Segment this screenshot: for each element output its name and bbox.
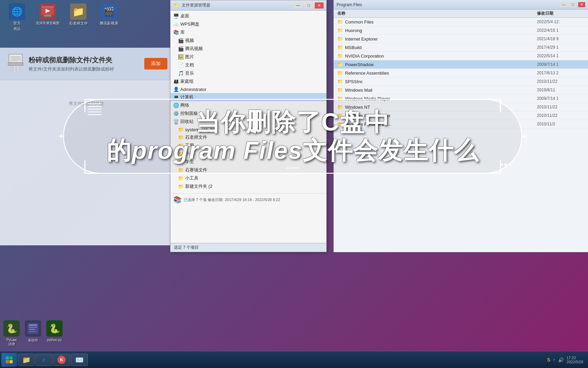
tree-item-student[interactable]: 📁 学生 — [170, 158, 326, 166]
file-name-photo-viewer: Windows Photo Viewer — [345, 113, 535, 118]
folder-icon-wmp: 📁 — [337, 96, 343, 101]
file-date-windows-mail: 2019/8/11 — [537, 88, 585, 92]
desktop-icon-tencent[interactable]: 🎬 腾讯影视库 — [95, 3, 122, 31]
file-item-powershadow[interactable]: 📁 PowerShadow 2009/7/14 1 — [334, 60, 588, 69]
file-item-portable[interactable]: 📁 Windows Portable De... 2010/11/2 — [334, 120, 588, 128]
file-item-msbuild[interactable]: 📁 MSBuild 2017/4/29 1 — [334, 43, 588, 52]
explorer-selected-count: 选定 7 个项目 — [174, 245, 199, 250]
desktop-icon-official-sublabel: 商品 — [14, 27, 20, 31]
file-name-msbuild: MSBuild — [345, 45, 535, 50]
file-item-windows-mail[interactable]: 📁 Windows Mail 2019/8/11 — [334, 86, 588, 94]
folder-icon-powershadow: 📁 — [337, 62, 343, 67]
svg-rect-22 — [29, 331, 36, 332]
bottom-icon-python-label: python.py — [47, 338, 62, 342]
tree-item-network[interactable]: 🌐 网络 — [170, 101, 326, 109]
tree-item-control[interactable]: ⚙️ 控制面板 — [170, 109, 326, 118]
file-date-windows-nt: 2010/11/22 — [537, 105, 585, 109]
taskbar-explorer-btn[interactable]: 📁 — [18, 354, 35, 366]
start-button[interactable] — [1, 353, 17, 367]
file-date-common-files: 2022/5/4 12: — [537, 19, 585, 24]
file-date-wmp: 2009/7/14 1 — [537, 96, 585, 101]
file-name-nvidia: NVIDIA Corporation — [345, 53, 535, 59]
file-item-spssinc[interactable]: 📁 SPSSInc 2010/11/22 — [334, 77, 588, 86]
right-panel-maximize[interactable]: □ — [570, 2, 576, 7]
tree-item-family[interactable]: 👨‍👩‍👧 家庭组 — [170, 77, 326, 86]
explorer-minimize[interactable]: — — [293, 2, 303, 9]
left-panel-empty: 将文件拖放到此处 — [0, 94, 173, 113]
svg-rect-25 — [6, 360, 9, 363]
tree-item-desktop[interactable]: 🖥️ 桌面 — [170, 12, 326, 20]
add-button[interactable]: 添加 — [144, 58, 167, 70]
taskbar-email-btn[interactable]: ✉️ — [71, 354, 88, 366]
explorer-close[interactable]: ✕ — [315, 2, 324, 9]
taskbar-tray: S ↑ 🔊 17:222022/5/28 — [544, 356, 587, 364]
svg-rect-4 — [44, 16, 52, 17]
file-item-huorong[interactable]: 📁 Huorong 2022/4/16 1 — [334, 26, 588, 35]
explorer-maximize[interactable]: □ — [305, 2, 313, 9]
folder-icon-common-files: 📁 — [337, 19, 343, 25]
taskbar-ie-btn[interactable]: e — [35, 354, 52, 366]
tree-item-wps[interactable]: ☁️ WPS网盘 — [170, 20, 326, 28]
folder-icon-photo-viewer: 📁 — [337, 113, 343, 118]
tree-item-new-folder[interactable]: 📁 新建文件夹 (2 — [170, 182, 326, 190]
explorer-tree: 🖥️ 桌面 ☁️ WPS网盘 📚 库 🎬 视频 🎬 腾讯视频 🖼️ 图片 — [170, 11, 326, 252]
file-item-ie[interactable]: 📁 Internet Explorer 2021/4/18 9 — [334, 35, 588, 43]
file-item-photo-viewer[interactable]: 📁 Windows Photo Viewer 2010/11/22 — [334, 111, 588, 120]
folder-icon-spssinc: 📁 — [337, 79, 343, 84]
desktop-icon-teacher[interactable]: 📁 石老师文件 — [65, 3, 92, 31]
tree-item-small-tools[interactable]: 📁 小工具 — [170, 174, 326, 182]
taskbar: 📁 e K ✉️ S ↑ 🔊 17:222022/5/28 — [0, 351, 588, 368]
bottom-icon-something[interactable]: 某软件 — [25, 320, 41, 347]
svg-rect-3 — [44, 15, 51, 16]
left-panel-subtitle: 将文件/文件夹添加到列表以彻底删除或粉碎 — [29, 66, 114, 72]
tray-volume-icon: 🔊 — [558, 357, 564, 363]
svg-rect-1 — [42, 6, 54, 7]
tree-item-tencent-video[interactable]: 🎬 腾讯视频 — [170, 45, 326, 53]
bottom-icon-pylaw[interactable]: 🐍 PyLaw法律 — [3, 320, 20, 347]
file-date-huorong: 2022/4/16 1 — [537, 28, 585, 33]
file-list-header: 名称 修改日期 — [334, 10, 588, 18]
bottom-icon-python[interactable]: 🐍 python.py — [46, 320, 63, 347]
svg-line-12 — [11, 65, 11, 72]
file-item-wmp[interactable]: 📁 Windows Media Player 2009/7/14 1 — [334, 94, 588, 103]
taskbar-ie-icon: e — [43, 356, 45, 363]
tree-item-pictures[interactable]: 🖼️ 图片 — [170, 53, 326, 61]
taskbar-k-btn[interactable]: K — [53, 354, 70, 366]
tree-item-admin[interactable]: 👤 Administrator — [170, 86, 326, 93]
right-panel-close[interactable]: ✕ — [578, 2, 585, 7]
tree-item-video[interactable]: 🎬 视频 — [170, 36, 326, 45]
file-date-photo-viewer: 2010/11/22 — [537, 113, 585, 118]
file-item-windows-nt[interactable]: 📁 Windows NT 2010/11/22 — [334, 103, 588, 111]
file-item-refassemblies[interactable]: 📁 Reference Assemblies 2017/6/13 2 — [334, 69, 588, 77]
tray-time: 17:222022/5/28 — [567, 356, 583, 364]
desktop-icon-official-label: 官方 — [13, 21, 21, 26]
tree-item-music[interactable]: 🎵 音乐 — [170, 69, 326, 77]
tree-item-teacher-files[interactable]: 📁 石老师文件 — [170, 133, 326, 141]
tree-item-library[interactable]: 📚 库 — [170, 28, 326, 36]
desktop-icon-official[interactable]: 🌐 官方 商品 — [3, 3, 31, 31]
taskbar-k-icon: K — [58, 356, 66, 364]
tree-item-work[interactable]: 📁 工用 — [170, 141, 326, 150]
file-item-common-files[interactable]: 📁 Common Files 2022/5/4 12: — [334, 18, 588, 26]
tree-item-folder1[interactable]: 📁 system_old_22 — [170, 126, 326, 133]
svg-line-13 — [13, 65, 13, 72]
tree-item-documents[interactable]: 📄 文档 — [170, 61, 326, 69]
tree-item-novel[interactable]: 📁 小说 — [170, 150, 326, 158]
svg-line-16 — [18, 65, 18, 72]
tree-item-arena[interactable]: 📁 石赛场文件 — [170, 166, 326, 174]
svg-rect-20 — [29, 327, 37, 328]
file-list: 📁 Common Files 2022/5/4 12: 📁 Huorong 20… — [334, 18, 588, 252]
right-panel-header: Program Files — □ ✕ — [334, 0, 588, 10]
file-name-portable: Windows Portable De... — [345, 122, 535, 127]
file-date-nvidia: 2022/5/14 1 — [537, 53, 585, 58]
tree-item-computer[interactable]: 💻 计算机 — [170, 93, 326, 101]
file-item-nvidia[interactable]: 📁 NVIDIA Corporation 2022/5/14 1 — [334, 52, 588, 60]
desktop-icon-course[interactable]: 流淌导课堂截图 — [34, 3, 61, 31]
taskbar-explorer-icon: 📁 — [22, 356, 31, 364]
file-name-windows-mail: Windows Mail — [345, 88, 535, 93]
right-panel-minimize[interactable]: — — [560, 2, 568, 7]
tree-item-recycle[interactable]: 🗑️ 回收站 — [170, 118, 326, 126]
file-date-spssinc: 2010/11/22 — [537, 79, 585, 84]
taskbar-email-icon: ✉️ — [75, 356, 84, 364]
shredder-icon — [5, 52, 26, 76]
